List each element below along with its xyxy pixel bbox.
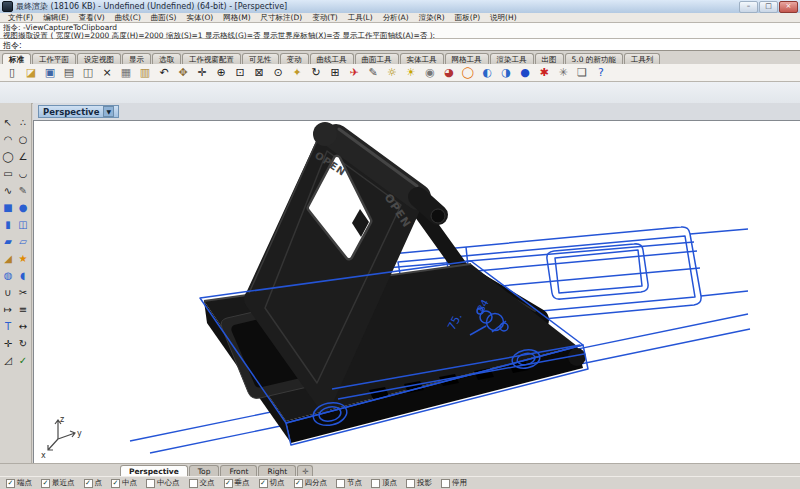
viewport-title-tab[interactable]: Perspective ▼: [38, 105, 119, 118]
freeform-curve-icon[interactable]: ∿: [1, 183, 16, 198]
toolbar-tab[interactable]: 选取: [152, 53, 181, 64]
osnap-toggle[interactable]: 顶点: [371, 478, 397, 488]
osnap-toggle[interactable]: 中心点: [146, 478, 180, 488]
menu-item[interactable]: 实体(O): [181, 13, 218, 23]
checkbox-icon[interactable]: ✓: [294, 479, 303, 488]
hide-show-icon[interactable]: ☼: [384, 65, 400, 80]
gear-icon[interactable]: ✳: [555, 65, 571, 80]
osnap-toggle[interactable]: ✓切点: [259, 478, 285, 488]
toolbar-tab[interactable]: 可见性: [242, 53, 279, 64]
menu-item[interactable]: 文件(F): [3, 13, 38, 23]
move-tool-icon[interactable]: ✛: [1, 336, 16, 351]
zoom-selected-icon[interactable]: ⊙: [270, 65, 286, 80]
paste-icon[interactable]: ▥: [137, 65, 153, 80]
trim-icon[interactable]: ✂: [16, 285, 31, 300]
minimize-button[interactable]: –: [739, 1, 758, 13]
cylinder-icon[interactable]: ▮: [1, 217, 16, 232]
render-globe-icon[interactable]: ◐: [479, 65, 495, 80]
fillet-icon[interactable]: ◢: [1, 251, 16, 266]
new-file-icon[interactable]: ▯: [4, 65, 20, 80]
toolbar-tab[interactable]: 曲线工具: [310, 53, 354, 64]
toolbar-tab[interactable]: 实体工具: [400, 53, 444, 64]
history-key-icon[interactable]: ✦: [289, 65, 305, 80]
toolbar-tab[interactable]: 出图: [535, 53, 564, 64]
airplane-icon[interactable]: ✈: [346, 65, 362, 80]
circle-icon[interactable]: ○: [16, 132, 31, 147]
box-icon[interactable]: ■: [1, 200, 16, 215]
viewport-manage-icon[interactable]: ✛: [297, 465, 313, 476]
checkbox-icon[interactable]: [441, 479, 450, 488]
menu-item[interactable]: 面板(P): [450, 13, 485, 23]
tube-icon[interactable]: ◫: [16, 217, 31, 232]
ellipse-icon[interactable]: ◯: [1, 149, 16, 164]
curve-icon[interactable]: ◠: [1, 132, 16, 147]
offset-icon[interactable]: ≡: [16, 302, 31, 317]
toolbar-tab[interactable]: 工具列: [624, 53, 661, 64]
color-wheel-icon[interactable]: ◯: [460, 65, 476, 80]
rotate-view-icon[interactable]: ↻: [308, 65, 324, 80]
menu-item[interactable]: 曲面(S): [146, 13, 182, 23]
checkbox-icon[interactable]: ✓: [259, 479, 268, 488]
scale-tool-icon[interactable]: ◿: [1, 353, 16, 368]
render-sphere-icon[interactable]: ●: [517, 65, 533, 80]
viewport-tab-perspective[interactable]: Perspective: [120, 465, 188, 476]
checkbox-icon[interactable]: [189, 479, 198, 488]
dimension-icon[interactable]: ↔: [16, 319, 31, 334]
delete-icon[interactable]: ×: [99, 65, 115, 80]
viewport-tab-front[interactable]: Front: [220, 465, 257, 476]
viewport-tab-right[interactable]: Right: [258, 465, 296, 476]
osnap-toggle[interactable]: ✓四分点: [294, 478, 328, 488]
viewport-tab-top[interactable]: Top: [189, 465, 220, 476]
osnap-toggle[interactable]: ✓点: [84, 478, 103, 488]
checkbox-icon[interactable]: [336, 479, 345, 488]
command-prompt-input[interactable]: 指令:: [0, 39, 800, 51]
boolean-union-icon[interactable]: ◍: [1, 268, 16, 283]
toolbar-tab[interactable]: 曲面工具: [355, 53, 399, 64]
toolbar-tab[interactable]: 网格工具: [445, 53, 489, 64]
zoom-dynamic-icon[interactable]: ⊕: [213, 65, 229, 80]
boolean-difference-icon[interactable]: ◖: [16, 268, 31, 283]
toolbar-tab[interactable]: 显示: [122, 53, 151, 64]
command-history[interactable]: 指令: -ViewCaptureToClipboard 视图撷取设置 ( 宽度(…: [0, 23, 800, 39]
checkbox-icon[interactable]: [146, 479, 155, 488]
point-icon[interactable]: ∴: [16, 115, 31, 130]
tools-red-icon[interactable]: ✱: [536, 65, 552, 80]
menu-item[interactable]: 网格(M): [218, 13, 255, 23]
loft-icon[interactable]: ▱: [16, 234, 31, 249]
viewport-layout-icon[interactable]: ⊞: [327, 65, 343, 80]
close-button[interactable]: ×: [779, 1, 798, 13]
osnap-toggle[interactable]: 节点: [336, 478, 362, 488]
checkbox-icon[interactable]: ✓: [6, 479, 15, 488]
menu-item[interactable]: 工具(L): [343, 13, 378, 23]
panels-icon[interactable]: ❏: [574, 65, 590, 80]
sketch-icon[interactable]: ✎: [16, 183, 31, 198]
surface-icon[interactable]: ▰: [1, 234, 16, 249]
arc-icon[interactable]: ◡: [16, 166, 31, 181]
toolbar-tab[interactable]: 标准: [2, 53, 31, 64]
pan-hand-icon[interactable]: ✥: [175, 65, 191, 80]
menu-item[interactable]: 分析(A): [378, 13, 414, 23]
menu-item[interactable]: 编辑(E): [38, 13, 74, 23]
toolbar-tab[interactable]: 变动: [280, 53, 309, 64]
toolbar-tab[interactable]: 工作平面: [32, 53, 76, 64]
menu-item[interactable]: 渲染(R): [414, 13, 450, 23]
toolbar-tab[interactable]: 渲染工具: [490, 53, 534, 64]
menu-item[interactable]: 尺寸标注(D): [256, 13, 308, 23]
move-icon[interactable]: ✛: [194, 65, 210, 80]
help-icon[interactable]: ?: [593, 65, 609, 80]
render-globe-2-icon[interactable]: ◑: [498, 65, 514, 80]
maximize-button[interactable]: □: [759, 1, 778, 13]
checkbox-icon[interactable]: ✓: [224, 479, 233, 488]
lightbulb-icon[interactable]: ☀: [403, 65, 419, 80]
rectangle-icon[interactable]: ▭: [1, 166, 16, 181]
toolbar-tab[interactable]: 5.0 的新功能: [565, 53, 623, 64]
save-icon[interactable]: ▣: [42, 65, 58, 80]
lock-icon[interactable]: ◉: [422, 65, 438, 80]
checkbox-icon[interactable]: [406, 479, 415, 488]
join-icon[interactable]: ∪: [1, 285, 16, 300]
check-icon[interactable]: ✓: [16, 353, 31, 368]
undo-icon[interactable]: ↶: [156, 65, 172, 80]
toolbar-tab[interactable]: 工作视窗配置: [182, 53, 241, 64]
osnap-toggle[interactable]: ✓中点: [111, 478, 137, 488]
rotate-tool-icon[interactable]: ↻: [16, 336, 31, 351]
